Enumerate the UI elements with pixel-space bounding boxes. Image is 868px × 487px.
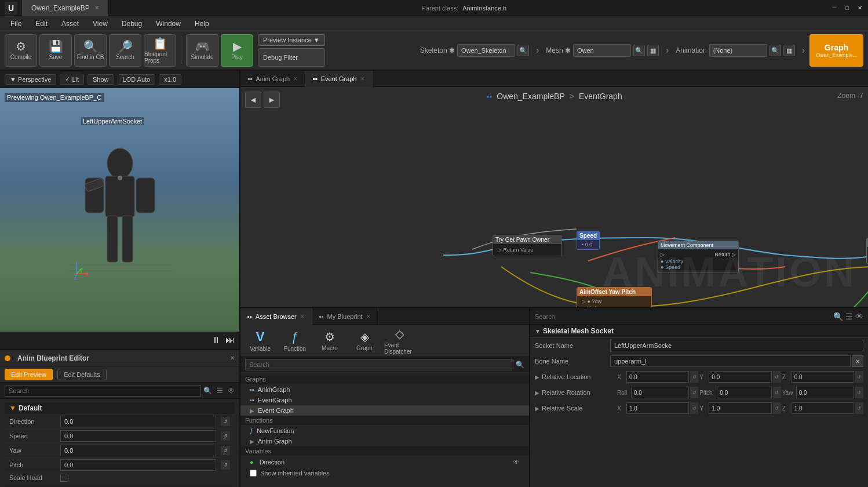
- props-eye-icon[interactable]: 👁: [855, 312, 863, 321]
- my-blueprint-tab-close[interactable]: ✕: [366, 314, 371, 319]
- scale-y-value[interactable]: 1.0: [709, 402, 771, 414]
- animation-input[interactable]: (None): [709, 44, 767, 57]
- bone-name-clear[interactable]: ✕: [852, 355, 863, 367]
- graph-back-button[interactable]: ◄: [245, 92, 261, 108]
- play-button[interactable]: ▶ Play: [221, 34, 253, 67]
- bone-name-input[interactable]: upperarm_l: [610, 355, 851, 367]
- direction-reset[interactable]: ↺: [221, 417, 230, 426]
- roll-reset[interactable]: ↺: [690, 387, 698, 398]
- props-search-icon[interactable]: 🔍: [833, 312, 843, 321]
- pitch-value[interactable]: 0.0: [717, 387, 771, 398]
- pitch-value[interactable]: 0.0: [60, 459, 216, 471]
- search-button[interactable]: 🔎 Search: [109, 34, 141, 67]
- graph-node-speed[interactable]: Speed • 0.0: [577, 231, 600, 250]
- props-search-input[interactable]: [535, 313, 833, 320]
- scale-y-reset[interactable]: ↺: [773, 402, 781, 414]
- simulate-button[interactable]: 🎮 Simulate: [186, 34, 218, 67]
- location-z-value[interactable]: 0.0: [792, 371, 854, 383]
- macro-tool-button[interactable]: ⚙ Macro: [315, 330, 345, 351]
- graph-tool-button[interactable]: ◈ Graph: [349, 330, 380, 351]
- scale-x-reset[interactable]: ↺: [690, 402, 698, 414]
- anim-graph-item[interactable]: ▪▪ AnimGraph: [240, 384, 529, 395]
- speed-value[interactable]: 0.0: [60, 430, 216, 442]
- close-button[interactable]: ✕: [854, 2, 866, 14]
- graph-node-left-1[interactable]: Try Get Pawn Owner ▷ Return Value: [493, 235, 562, 256]
- scale-x-value[interactable]: 1.0: [626, 402, 689, 414]
- compile-button[interactable]: ⚙ Compile: [5, 34, 37, 67]
- blueprint-props-button[interactable]: 📋 Blueprint Props: [144, 34, 176, 67]
- bp-list-icon[interactable]: ☰: [217, 387, 223, 395]
- scale-z-value[interactable]: 1.0: [792, 402, 854, 414]
- location-expand[interactable]: ▶: [535, 374, 539, 380]
- scale-button[interactable]: x1.0: [159, 74, 181, 85]
- scale-expand[interactable]: ▶: [535, 405, 539, 412]
- location-y-reset[interactable]: ↺: [773, 371, 781, 383]
- location-x-reset[interactable]: ↺: [690, 371, 698, 383]
- menu-help[interactable]: Help: [189, 19, 215, 29]
- direction-value[interactable]: 0.0: [60, 416, 216, 427]
- function-tool-button[interactable]: ƒ Function: [280, 329, 310, 352]
- graph-node-center-inner[interactable]: Movement Component ▷Return ▷ ● Velocity …: [658, 241, 739, 273]
- event-graph-tab-close[interactable]: ✕: [360, 76, 365, 82]
- direction-variable-item[interactable]: ● Direction 👁: [240, 456, 529, 468]
- new-function-item[interactable]: ƒ NewFunction: [240, 426, 529, 436]
- anim-graph-func-item[interactable]: ▶ Anim Graph: [240, 436, 529, 446]
- my-blueprint-tab[interactable]: ▪▪ My Blueprint ✕: [312, 308, 378, 325]
- rotation-expand[interactable]: ▶: [535, 390, 539, 396]
- menu-window[interactable]: Window: [150, 19, 187, 29]
- lit-button[interactable]: ✓ Lit: [60, 74, 84, 85]
- bp-eye-icon[interactable]: 👁: [228, 387, 235, 395]
- event-graph-item[interactable]: ▪▪ EventGraph: [240, 395, 529, 405]
- asset-browser-tab[interactable]: ▪▪ Asset Browser ✕: [240, 308, 312, 325]
- variable-tool-button[interactable]: V Variable: [245, 329, 275, 352]
- yaw-value[interactable]: 0.0: [796, 387, 854, 398]
- menu-asset[interactable]: Asset: [56, 19, 85, 29]
- anim-graph-tab[interactable]: ▪▪ Anim Graph ✕: [240, 71, 305, 87]
- roll-value[interactable]: 0.0: [631, 387, 689, 398]
- socket-name-input[interactable]: LeftUpperArmSocke: [610, 340, 863, 351]
- main-tab[interactable]: Owen_ExampleBP ✕: [22, 0, 109, 16]
- perspective-dropdown[interactable]: ▼ Perspective: [5, 74, 56, 85]
- event-graph-sub-item[interactable]: ▶ Event Graph: [240, 405, 529, 416]
- edit-preview-button[interactable]: Edit Preview: [5, 369, 53, 380]
- debug-filter[interactable]: Debug Filter: [258, 48, 325, 67]
- step-forward-button[interactable]: ⏭: [225, 335, 235, 346]
- preview-instance-button[interactable]: Preview Instance ▼: [258, 34, 325, 46]
- skeleton-search-btn[interactable]: 🔍: [517, 45, 529, 56]
- speed-reset[interactable]: ↺: [221, 431, 230, 441]
- anim-graph-tab-close[interactable]: ✕: [293, 76, 298, 82]
- event-dispatcher-tool-button[interactable]: ◇ Event Dispatcher: [384, 327, 414, 355]
- asset-search-input[interactable]: [245, 359, 513, 370]
- main-tab-close[interactable]: ✕: [94, 5, 99, 11]
- mesh-search-btn[interactable]: 🔍: [633, 45, 645, 56]
- location-x-value[interactable]: 0.0: [626, 371, 689, 383]
- pause-button[interactable]: ⏸: [211, 335, 221, 346]
- edit-defaults-button[interactable]: Edit Defaults: [57, 369, 106, 380]
- asset-browser-tab-close[interactable]: ✕: [300, 314, 305, 319]
- graph-forward-button[interactable]: ►: [264, 92, 280, 108]
- menu-file[interactable]: File: [5, 19, 27, 29]
- pitch-reset[interactable]: ↺: [773, 387, 781, 398]
- pitch-reset[interactable]: ↺: [221, 460, 230, 470]
- show-button[interactable]: Show: [87, 74, 114, 85]
- direction-eye-button[interactable]: 👁: [513, 458, 520, 466]
- menu-view[interactable]: View: [87, 19, 114, 29]
- save-button[interactable]: 💾 Save: [39, 34, 72, 67]
- find-in-cb-button[interactable]: 🔍 Find in CB: [74, 34, 107, 67]
- maximize-button[interactable]: □: [841, 2, 853, 14]
- yaw-value[interactable]: 0.0: [60, 445, 216, 456]
- location-y-value[interactable]: 0.0: [709, 371, 771, 383]
- skeleton-input[interactable]: Owen_Skeleton: [457, 44, 515, 57]
- yaw-reset[interactable]: ↺: [221, 446, 230, 455]
- lod-button[interactable]: LOD Auto: [118, 74, 156, 85]
- blueprint-editor-close[interactable]: ✕: [230, 355, 235, 361]
- menu-debug[interactable]: Debug: [116, 19, 148, 29]
- mesh-input[interactable]: Owen: [573, 44, 631, 57]
- animation-grid-btn[interactable]: ▦: [783, 45, 795, 56]
- scale-head-checkbox[interactable]: [60, 474, 68, 482]
- graph-tab-button[interactable]: Graph Owen_Example...: [809, 34, 863, 67]
- mesh-grid-btn[interactable]: ▦: [647, 45, 659, 56]
- location-z-reset[interactable]: ↺: [855, 371, 863, 383]
- event-graph-tab[interactable]: ▪▪ Event Graph ✕: [305, 71, 372, 87]
- scale-z-reset[interactable]: ↺: [855, 402, 863, 414]
